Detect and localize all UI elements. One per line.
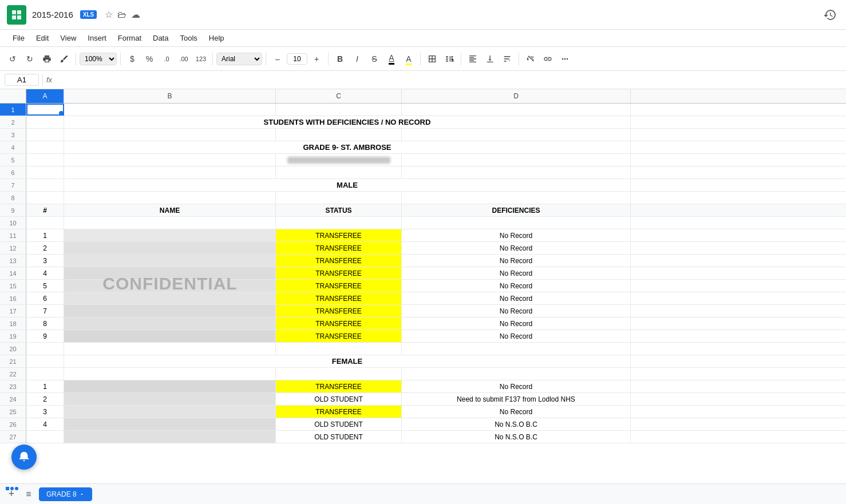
cell-b23[interactable] — [64, 380, 276, 392]
currency-button[interactable]: $ — [124, 51, 140, 67]
cell-b10[interactable] — [64, 217, 276, 229]
cell-b3[interactable] — [64, 129, 276, 141]
cell-c23[interactable]: TRANSFEREE — [276, 380, 402, 392]
valign-button[interactable] — [482, 51, 498, 67]
cell-c25[interactable]: TRANSFEREE — [276, 406, 402, 418]
strikethrough-button[interactable]: S — [366, 51, 382, 67]
font-size-input[interactable] — [287, 53, 307, 65]
cell-c27[interactable]: OLD STUDENT — [276, 431, 402, 443]
link-button[interactable] — [540, 51, 556, 67]
menu-edit[interactable]: Edit — [30, 31, 54, 45]
cell-a20[interactable] — [26, 343, 64, 355]
cell-a22[interactable] — [26, 368, 64, 380]
cell-c5[interactable] — [276, 154, 402, 166]
cell-c19[interactable]: TRANSFEREE — [276, 330, 402, 342]
cell-d16[interactable]: No Record — [402, 292, 631, 304]
cell-b18[interactable] — [64, 318, 276, 330]
cell-a17[interactable]: 7 — [26, 305, 64, 317]
cell-b8[interactable] — [64, 192, 276, 204]
align-left-button[interactable] — [465, 51, 481, 67]
sheet-tab-grade8[interactable]: GRADE 8 — [39, 487, 92, 501]
cell-a23[interactable]: 1 — [26, 380, 64, 392]
cell-c13[interactable]: TRANSFEREE — [276, 255, 402, 267]
cell-c3[interactable] — [276, 129, 402, 141]
cell-c14[interactable]: TRANSFEREE — [276, 267, 402, 279]
cell-d26[interactable]: No N.S.O B.C — [402, 418, 631, 430]
cell-a11[interactable]: 1 — [26, 229, 64, 241]
cell-b9[interactable]: NAME — [64, 204, 276, 216]
cell-b19[interactable] — [64, 330, 276, 342]
cell-d22[interactable] — [402, 368, 631, 380]
cell-d5[interactable] — [402, 154, 631, 166]
cell-a18[interactable]: 8 — [26, 318, 64, 330]
text-rot-button[interactable] — [523, 51, 539, 67]
cell-a19[interactable]: 9 — [26, 330, 64, 342]
cell-a1[interactable] — [26, 104, 64, 116]
cell-a15[interactable]: 5 — [26, 280, 64, 292]
cell-b11[interactable] — [64, 229, 276, 241]
cell-d20[interactable] — [402, 343, 631, 355]
cell-a24[interactable]: 2 — [26, 393, 64, 405]
cell-b22[interactable] — [64, 368, 276, 380]
cell-b7[interactable]: MALE — [64, 179, 631, 191]
fill-color-button[interactable]: A — [401, 51, 417, 67]
cell-b5[interactable] — [64, 154, 276, 166]
cell-c17[interactable]: TRANSFEREE — [276, 305, 402, 317]
cell-a3[interactable] — [26, 129, 64, 141]
menu-data[interactable]: Data — [147, 31, 174, 45]
merge-button[interactable] — [441, 51, 457, 67]
cell-b20[interactable] — [64, 343, 276, 355]
font-decrease-button[interactable]: – — [270, 51, 286, 67]
cell-c20[interactable] — [276, 343, 402, 355]
cell-b1[interactable] — [64, 104, 276, 116]
cell-a4[interactable] — [26, 141, 64, 153]
col-header-d[interactable]: D — [402, 89, 631, 103]
menu-tools[interactable]: Tools — [174, 31, 203, 45]
cell-d24[interactable]: Need to submit F137 from Lodlod NHS — [402, 393, 631, 405]
text-color-button[interactable]: A — [384, 51, 400, 67]
folder-icon[interactable]: 🗁 — [117, 10, 126, 20]
undo-button[interactable]: ↺ — [5, 51, 21, 67]
cell-d11[interactable]: No Record — [402, 229, 631, 241]
cell-d3[interactable] — [402, 129, 631, 141]
cell-c8[interactable] — [276, 192, 402, 204]
cell-a13[interactable]: 3 — [26, 255, 64, 267]
cell-d8[interactable] — [402, 192, 631, 204]
cell-d1[interactable] — [402, 104, 631, 116]
cell-a27[interactable] — [26, 431, 64, 443]
col-header-a[interactable]: A — [26, 89, 64, 103]
cell-c15[interactable]: TRANSFEREE — [276, 280, 402, 292]
cell-c12[interactable]: TRANSFEREE — [276, 242, 402, 254]
redo-button[interactable]: ↻ — [22, 51, 38, 67]
cell-c11[interactable]: TRANSFEREE — [276, 229, 402, 241]
menu-insert[interactable]: Insert — [82, 31, 112, 45]
cell-b14[interactable] — [64, 267, 276, 279]
cell-a6[interactable] — [26, 166, 64, 178]
print-button[interactable] — [39, 51, 55, 67]
cell-c10[interactable] — [276, 217, 402, 229]
cell-d15[interactable]: No Record — [402, 280, 631, 292]
cell-b27[interactable] — [64, 431, 276, 443]
cell-b26[interactable] — [64, 418, 276, 430]
notification-button[interactable] — [11, 445, 37, 470]
cell-a5[interactable] — [26, 154, 64, 166]
menu-help[interactable]: Help — [203, 31, 230, 45]
cell-d10[interactable] — [402, 217, 631, 229]
cell-c6[interactable] — [276, 166, 402, 178]
more-button[interactable] — [557, 51, 573, 67]
cell-d23[interactable]: No Record — [402, 380, 631, 392]
cell-c18[interactable]: TRANSFEREE — [276, 318, 402, 330]
cell-a9[interactable]: # — [26, 204, 64, 216]
font-select[interactable]: Arial — [216, 53, 262, 65]
italic-button[interactable]: I — [349, 51, 365, 67]
col-header-c[interactable]: C — [276, 89, 402, 103]
format-num-button[interactable]: 123 — [193, 51, 209, 67]
bold-button[interactable]: B — [332, 51, 348, 67]
decimal-more-button[interactable]: .00 — [176, 51, 192, 67]
cell-a10[interactable] — [26, 217, 64, 229]
cell-d25[interactable]: No Record — [402, 406, 631, 418]
cell-b4[interactable]: GRADE 9- ST. AMBROSE — [64, 141, 631, 153]
cell-b13[interactable] — [64, 255, 276, 267]
cell-a2[interactable] — [26, 116, 64, 128]
cell-c24[interactable]: OLD STUDENT — [276, 393, 402, 405]
